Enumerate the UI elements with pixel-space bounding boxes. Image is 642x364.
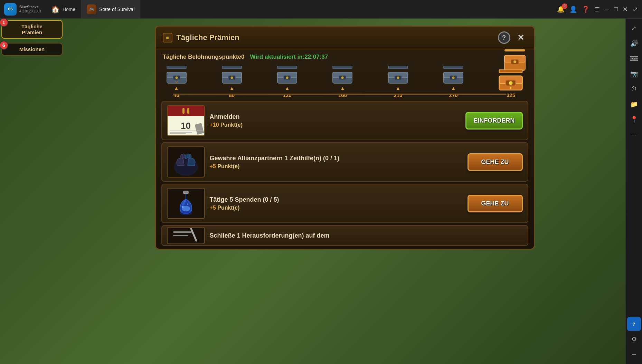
svg-point-35 [452, 77, 455, 79]
chest-value-6: 325 [507, 92, 515, 98]
bluestacks-title: BlueStacks 4.230.20.1001 [19, 5, 41, 13]
chest-item-120[interactable]: ▲ 120 [277, 66, 298, 98]
points-section: Tägliche Belohnungspunkte0 Wird aktualis… [156, 49, 534, 63]
sidebar-expand-btn[interactable]: ⤢ [627, 21, 641, 35]
task-list: 10 Anmelden +10 Punkt(e) [156, 98, 534, 249]
modal-help-button[interactable]: ? [498, 31, 510, 44]
svg-point-3 [513, 60, 516, 63]
notification-badge: 1 [562, 3, 567, 9]
task-title-donations: Tätige 5 Spenden (0 / 5) [210, 196, 463, 203]
topbar-actions: 🔔 1 👤 ❓ ☰ ─ □ ✕ ⤢ [553, 6, 642, 13]
task-points-alliance: +5 Punkt(e) [210, 163, 463, 170]
chests-row: U ▲ 40 ▲ 80 [156, 63, 534, 98]
game-tab[interactable]: 🎮 State of Survival [81, 0, 140, 18]
chest-item-40[interactable]: U ▲ 40 [166, 66, 187, 98]
svg-rect-13 [222, 66, 242, 69]
game-tab-icon: 🎮 [87, 4, 96, 14]
left-nav: 1 TäglichePrämien 6 Missionen [0, 19, 64, 364]
sidebar-timer-btn[interactable]: ⏱ [627, 82, 641, 96]
task-content-donations: Tätige 5 Spenden (0 / 5) +5 Punkt(e) [210, 196, 463, 211]
svg-point-46 [182, 206, 183, 208]
chest-value-3: 160 [338, 92, 347, 98]
task-content-login: Anmelden +10 Punkt(e) [210, 113, 461, 128]
chest-item-80[interactable]: ▲ 80 [221, 66, 242, 98]
sidebar-location-btn[interactable]: 📍 [627, 113, 641, 126]
svg-rect-4 [504, 49, 525, 51]
modal-close-button[interactable]: ✕ [514, 31, 527, 44]
notification-icon[interactable]: 🔔 1 [557, 6, 565, 13]
task-icon-challenge [167, 227, 205, 244]
svg-rect-44 [183, 191, 188, 194]
svg-rect-33 [444, 66, 463, 69]
chest-item-270[interactable]: ▲ 270 [443, 66, 464, 98]
task-row-alliance: Gewähre Allianzpartnern 1 Zeithilfe(n) (… [161, 142, 528, 182]
points-timer: Wird aktualisiert in:22:07:37 [250, 54, 328, 60]
chest-value-1: 80 [229, 92, 235, 98]
svg-point-47 [187, 203, 188, 205]
svg-line-50 [191, 229, 196, 241]
sidebar-keyboard-btn[interactable]: ⌨ [627, 52, 641, 66]
task-title-login: Anmelden [210, 113, 461, 121]
sidebar-settings-btn[interactable]: ⚙ [627, 332, 641, 346]
svg-rect-23 [333, 66, 352, 69]
task-title-challenge: Schließe 1 Herausforderung(en) auf dem [210, 232, 463, 239]
task-content-alliance: Gewähre Allianzpartnern 1 Zeithilfe(n) (… [210, 155, 463, 170]
home-tab[interactable]: 🏠 Home [46, 0, 81, 18]
modal-header: ■ Tägliche Prämien ? ✕ [156, 27, 534, 49]
task-points-login: +10 Punkt(e) [210, 122, 461, 128]
sidebar-back-btn[interactable]: ← [627, 347, 641, 361]
maximize-icon[interactable]: □ [614, 6, 618, 13]
svg-point-20 [286, 77, 289, 79]
chest-item-215[interactable]: ▲ 215 [388, 66, 408, 98]
svg-point-9 [175, 77, 178, 79]
task-row-challenge: Schließe 1 Herausforderung(en) auf dem G… [161, 225, 528, 246]
svg-point-15 [230, 77, 233, 79]
points-label: Tägliche Belohnungspunkte0 [163, 54, 245, 60]
right-sidebar: ⤢ 🔊 ⌨ 📷 ⏱ 📁 📍 ··· ? ⚙ ← [625, 19, 642, 364]
task-row-donations: Tätige 5 Spenden (0 / 5) +5 Punkt(e) GEH… [161, 184, 528, 223]
svg-point-30 [397, 77, 399, 79]
chests-track: U ▲ 40 ▲ 80 [163, 66, 527, 98]
chest-value-2: 120 [283, 92, 292, 98]
claim-button-login[interactable]: EINFORDERN [465, 112, 522, 130]
svg-point-40 [509, 81, 513, 85]
chest-value-0: 40 [173, 92, 179, 98]
sidebar-folder-btn[interactable]: 📁 [627, 97, 641, 111]
nav-label-daily: TäglichePrämien [6, 23, 58, 35]
task-content-challenge: Schließe 1 Herausforderung(en) auf dem [210, 232, 463, 239]
chest-item-160[interactable]: ▲ 160 [332, 66, 353, 98]
svg-rect-18 [277, 66, 297, 69]
svg-rect-28 [388, 66, 408, 69]
account-icon[interactable]: 👤 [569, 6, 577, 13]
expand-icon[interactable]: ⤢ [633, 6, 638, 13]
goto-button-donations[interactable]: GEHE ZU [468, 195, 523, 212]
nav-item-missions[interactable]: 6 Missionen [1, 43, 63, 56]
sidebar-screenshot-btn[interactable]: 📷 [627, 67, 641, 81]
chest-value-5: 270 [449, 92, 458, 98]
nav-item-daily[interactable]: 1 TäglichePrämien [1, 20, 63, 39]
topbar: BS BlueStacks 4.230.20.1001 🏠 Home 🎮 Sta… [0, 0, 642, 19]
menu-icon[interactable]: ☰ [594, 6, 600, 13]
modal-overlay: ■ Tägliche Prämien ? ✕ Tägliche Belohnun… [64, 19, 625, 364]
svg-rect-7 [167, 66, 186, 69]
task-points-donations: +5 Punkt(e) [210, 205, 463, 211]
task-icon-login: 10 [167, 105, 205, 136]
svg-point-43 [180, 211, 192, 215]
sidebar-volume-btn[interactable]: 🔊 [627, 37, 641, 50]
task-row-login: 10 Anmelden +10 Punkt(e) [161, 101, 528, 140]
minimize-icon[interactable]: ─ [605, 6, 609, 13]
goto-button-alliance[interactable]: GEHE ZU [468, 153, 523, 171]
svg-rect-38 [499, 69, 522, 73]
close-icon[interactable]: ✕ [623, 6, 628, 13]
bluestacks-icon: BS [4, 3, 17, 16]
svg-point-25 [341, 77, 344, 79]
daily-rewards-modal: ■ Tägliche Prämien ? ✕ Tägliche Belohnun… [155, 26, 535, 250]
chest-value-4: 215 [394, 92, 402, 98]
bluestacks-logo-area: BS BlueStacks 4.230.20.1001 [0, 3, 46, 16]
task-icon-donations [167, 188, 205, 219]
chest-item-325[interactable]: ✦ 325 [498, 69, 523, 98]
sidebar-more-btn[interactable]: ··· [627, 128, 641, 142]
sidebar-help-btn[interactable]: ? [627, 317, 641, 331]
help-icon[interactable]: ❓ [582, 6, 589, 13]
modal-header-icon: ■ [163, 33, 172, 42]
